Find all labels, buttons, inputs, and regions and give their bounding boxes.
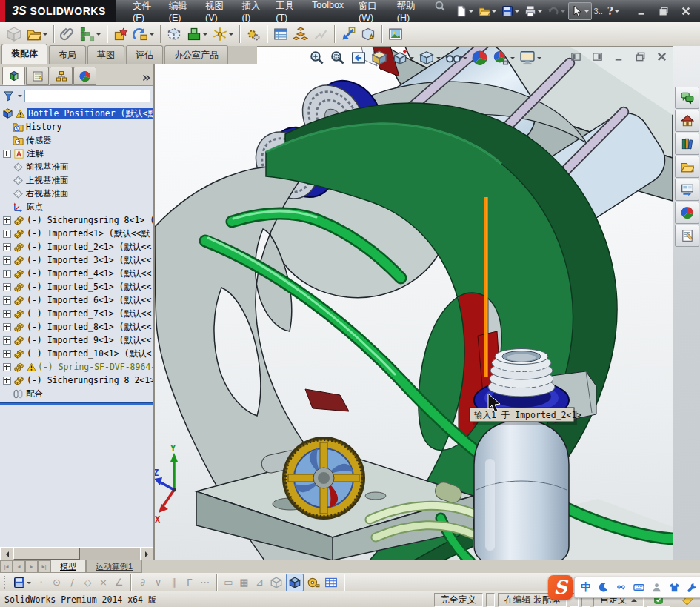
save-button[interactable] [499, 3, 521, 19]
design-library-icon[interactable] [675, 133, 699, 155]
zoom-to-area-icon[interactable] [328, 49, 347, 67]
tangent-snap-icon[interactable]: ∂ [136, 577, 150, 588]
display-style-icon[interactable] [417, 49, 442, 67]
settings-wrench-icon[interactable] [687, 582, 698, 593]
wireframe-cube-icon[interactable] [268, 574, 284, 591]
prev-tab-icon[interactable]: ◂ [13, 560, 25, 573]
show-hidden-components-icon[interactable] [164, 24, 184, 44]
minimize-icon[interactable] [633, 4, 650, 18]
fullwidth-moon-icon[interactable] [598, 582, 609, 593]
tree-item-spring-warning[interactable]: (-) Spring-SF-DVF-8964- [2, 360, 153, 374]
interference-detection-icon[interactable] [339, 24, 358, 44]
panel-overflow-icon[interactable] [141, 73, 151, 83]
assembly-features-icon[interactable] [184, 24, 210, 44]
tree-item-sensors[interactable]: 传感器 [2, 133, 153, 147]
restore-document-icon[interactable] [633, 51, 647, 62]
tree-item-component[interactable]: (-) Imported_8<1> (默认<< [2, 320, 153, 334]
close-icon[interactable] [678, 4, 694, 18]
trace-snap-icon[interactable]: ⋯ [198, 577, 212, 588]
expand-icon[interactable] [3, 256, 11, 265]
account-icon[interactable] [651, 582, 662, 593]
shaded-cube-icon[interactable] [286, 574, 304, 591]
expand-icon[interactable] [3, 296, 11, 305]
table-icon[interactable] [323, 574, 339, 591]
print-button[interactable] [522, 3, 544, 19]
tab-motion-study[interactable]: 运动算例1 [86, 560, 142, 573]
previous-view-icon[interactable] [349, 49, 368, 67]
first-tab-icon[interactable]: |◂ [0, 560, 13, 573]
expand-icon[interactable] [3, 310, 11, 318]
expand-icon[interactable] [3, 377, 11, 385]
tab-office-products[interactable]: 办公室产品 [164, 45, 228, 64]
move-component-icon[interactable] [131, 24, 156, 44]
zoom-to-fit-icon[interactable] [307, 49, 327, 67]
tab-design-tree[interactable] [2, 67, 25, 85]
undo-button[interactable] [545, 3, 567, 19]
tab-configuration-manager[interactable] [50, 67, 73, 85]
bill-of-materials-icon[interactable] [271, 24, 290, 44]
expand-icon[interactable] [3, 243, 11, 251]
tab-sketch[interactable]: 草图 [87, 45, 124, 64]
filter-input[interactable] [24, 90, 150, 102]
tab-property-manager[interactable] [26, 67, 49, 85]
tree-item-top-plane[interactable]: 上视基准面 [2, 173, 153, 187]
help-button[interactable]: ? [605, 3, 621, 19]
tree-item-front-plane[interactable]: 前视基准面 [2, 160, 153, 173]
tree-item-component[interactable]: (-) Imported_10<1> (默认< [2, 347, 153, 360]
scroll-right-icon[interactable] [140, 548, 153, 560]
expand-icon[interactable] [3, 336, 11, 345]
smart-fasteners-icon[interactable] [111, 24, 130, 44]
skin-shirt-icon[interactable] [669, 582, 680, 593]
appearances-icon[interactable] [675, 202, 699, 224]
tree-item-annotations[interactable]: 注解 [2, 147, 153, 160]
filter-funnel-icon[interactable] [3, 90, 14, 102]
tree-item-component[interactable]: (-) Imported_5<1> (默认<< [2, 280, 153, 293]
graphics-area[interactable]: Y Z X 输入1 于 Imported_2<1> [153, 46, 673, 560]
point-snap-icon[interactable]: · [34, 577, 48, 588]
intersection-snap-icon[interactable]: × [96, 577, 110, 588]
angle-icon[interactable]: ⊿ [253, 577, 267, 588]
soft-keyboard-icon[interactable] [633, 582, 644, 593]
minimize-document-icon[interactable] [612, 51, 625, 62]
punctuation-icon[interactable] [616, 582, 627, 593]
center-snap-icon[interactable]: ⊙ [50, 577, 64, 588]
expand-icon[interactable] [3, 283, 11, 291]
select-tool-button[interactable] [568, 2, 592, 20]
tree-item-origin[interactable]: 原点 [2, 200, 153, 213]
tab-layout[interactable]: 布局 [49, 45, 86, 64]
length-snap-icon[interactable]: ▭ [221, 577, 236, 588]
tree-item-component[interactable]: (-) Imported<1> (默认<<默 [2, 227, 153, 240]
tree-item-component[interactable]: (-) Imported_4<1> (默认<< [2, 267, 153, 280]
sogou-logo-icon[interactable]: S [548, 575, 573, 600]
view-orientation-icon[interactable] [390, 49, 416, 67]
linear-component-pattern-icon[interactable] [78, 24, 103, 44]
view-settings-icon[interactable] [518, 49, 543, 67]
merge-snap-icon[interactable]: ∨ [151, 577, 165, 588]
assembly-xpert-icon[interactable] [359, 24, 378, 44]
scrollbar-thumb[interactable] [13, 548, 80, 560]
expand-icon[interactable] [3, 363, 11, 371]
tree-item-mates[interactable]: 配合 [2, 387, 153, 400]
tree-item-component[interactable]: (-) Imported_3<1> (默认<< [2, 253, 153, 267]
tree-item-root[interactable]: Bottle Positioner (默认<默 [2, 107, 153, 120]
explode-line-sketch-icon[interactable] [311, 24, 330, 44]
new-motion-study-icon[interactable] [244, 24, 263, 44]
section-view-icon[interactable] [370, 49, 389, 67]
expand-icon[interactable] [3, 323, 11, 331]
open-icon[interactable] [24, 24, 50, 44]
scroll-left-icon[interactable] [0, 548, 13, 560]
tree-item-component[interactable]: (-) Imported_2<1> (默认<< [2, 240, 153, 253]
insert-component-icon[interactable] [4, 24, 24, 44]
solidworks-forum-icon[interactable] [675, 87, 699, 109]
tree-item-component[interactable]: (-) Sicherungsring 8<1> (默 [2, 213, 153, 227]
expand-icon[interactable] [3, 350, 11, 358]
close-document-icon[interactable] [655, 51, 668, 62]
open-document-button[interactable] [476, 3, 499, 19]
solidworks-resources-icon[interactable] [675, 110, 699, 132]
tree-item-component[interactable]: (-) Imported_9<1> (默认<< [2, 334, 153, 347]
next-tab-icon[interactable]: ▸ [25, 560, 38, 573]
pane-right-icon[interactable] [590, 51, 604, 62]
tree-item-history[interactable]: History [2, 120, 153, 133]
view-palette-icon[interactable] [675, 179, 699, 201]
last-tab-icon[interactable]: ▸| [38, 560, 50, 573]
